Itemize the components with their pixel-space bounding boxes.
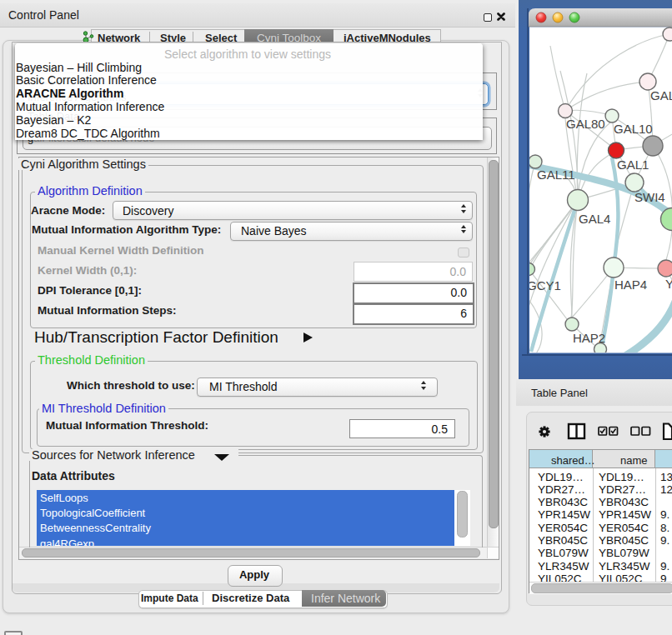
svg-text:HAP4: HAP4: [614, 278, 647, 292]
svg-text:GAL11: GAL11: [537, 168, 575, 182]
svg-text:HAP2: HAP2: [573, 331, 605, 345]
svg-text:SWI4: SWI4: [634, 190, 665, 204]
svg-text:GAL1: GAL1: [617, 158, 649, 172]
svg-text:Y: Y: [665, 277, 672, 291]
svg-text:GAL4: GAL4: [579, 212, 610, 226]
svg-text:GAL80: GAL80: [566, 117, 605, 131]
svg-text:GAL10: GAL10: [614, 122, 653, 136]
svg-text:GAL7: GAL7: [650, 88, 672, 102]
svg-text:GCY1: GCY1: [529, 278, 561, 292]
